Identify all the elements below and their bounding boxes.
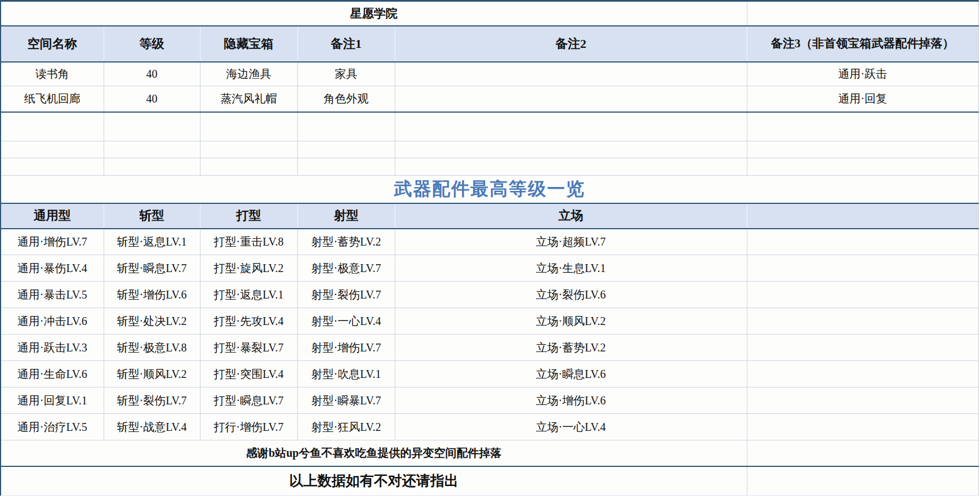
t1-r0-note3: 通用·跃击	[747, 62, 978, 86]
t2-cell-empty	[747, 229, 978, 255]
t2-cell: 通用·治疗LV.5	[1, 414, 104, 440]
t2-cell: 射型·一心LV.4	[297, 308, 395, 335]
t2-cell-empty	[747, 308, 978, 335]
t2-cell-empty	[747, 335, 978, 361]
table2-row: 通用·治疗LV.5 斩型·战意LV.4 打行·增伤LV.7 射型·狂风LV.2 …	[1, 414, 978, 440]
credit-row: 感谢b站up兮鱼不喜欢吃鱼提供的异变空间配件掉落	[1, 440, 978, 466]
empty-cell	[747, 141, 978, 158]
t1-r1-space: 纸飞机回廊	[1, 86, 104, 112]
t1-header-note2: 备注2	[395, 26, 747, 62]
empty-cell	[200, 141, 297, 158]
t1-header-level: 等级	[104, 26, 200, 62]
t2-cell: 斩型·增伤LV.6	[104, 282, 200, 308]
t2-header-stance: 立场	[395, 203, 747, 229]
t2-cell: 斩型·顺风LV.2	[104, 361, 200, 387]
t1-r0-space: 读书角	[1, 62, 104, 86]
t1-r1-chest: 蒸汽风礼帽	[200, 86, 297, 112]
t2-cell: 通用·回复LV.1	[1, 387, 104, 414]
t2-cell: 立场·瞬息LV.6	[395, 361, 747, 387]
table1-title: 星愿学院	[1, 1, 747, 26]
t1-header-space-name: 空间名称	[1, 26, 104, 62]
table2-row: 通用·冲击LV.6 斩型·处决LV.2 打型·先攻LV.4 射型·一心LV.4 …	[1, 308, 978, 335]
empty-cell	[747, 112, 978, 141]
t2-cell: 立场·蓄势LV.2	[395, 335, 747, 361]
empty-cell	[395, 141, 747, 158]
t2-cell: 立场·增伤LV.6	[395, 387, 747, 414]
t1-r1-note1: 角色外观	[297, 86, 395, 112]
t2-cell: 立场·一心LV.4	[395, 414, 747, 440]
empty-row	[1, 112, 978, 141]
t2-cell: 射型·增伤LV.7	[297, 335, 395, 361]
t2-header-strike: 打型	[200, 203, 297, 229]
t2-cell: 通用·跃击LV.3	[1, 335, 104, 361]
table1-title-right-empty-cell	[747, 1, 978, 26]
t2-cell: 打型·旋风LV.2	[200, 255, 297, 282]
t2-cell: 斩型·瞬息LV.7	[104, 255, 200, 282]
empty-cell	[395, 158, 747, 176]
t2-cell: 通用·冲击LV.6	[1, 308, 104, 335]
t2-cell: 打型·瞬息LV.7	[200, 387, 297, 414]
t1-r0-note2	[395, 62, 747, 86]
empty-cell	[395, 112, 747, 141]
empty-cell	[104, 141, 200, 158]
empty-cell	[297, 158, 395, 176]
t2-header-general: 通用型	[1, 203, 104, 229]
empty-cell	[297, 112, 395, 141]
t2-cell: 射型·瞬暴LV.7	[297, 387, 395, 414]
t2-cell: 立场·超频LV.7	[395, 229, 747, 255]
table2-row: 通用·回复LV.1 斩型·裂伤LV.7 打型·瞬息LV.7 射型·瞬暴LV.7 …	[1, 387, 978, 414]
t2-cell: 射型·极意LV.7	[297, 255, 395, 282]
credit-right-empty-cell	[747, 440, 978, 466]
t2-header-slash: 斩型	[104, 203, 200, 229]
t2-cell-empty	[747, 361, 978, 387]
disclaimer-row: 以上数据如有不对还请指出	[1, 466, 978, 496]
t2-cell: 通用·暴伤LV.4	[1, 255, 104, 282]
t2-cell: 打型·突围LV.4	[200, 361, 297, 387]
t2-cell: 射型·蓄势LV.2	[297, 229, 395, 255]
t2-cell-empty	[747, 282, 978, 308]
empty-cell	[200, 158, 297, 176]
t2-header-shot: 射型	[297, 203, 395, 229]
t1-r1-note2	[395, 86, 747, 112]
table2-row: 通用·暴伤LV.4 斩型·瞬息LV.7 打型·旋风LV.2 射型·极意LV.7 …	[1, 255, 978, 282]
t2-cell: 斩型·裂伤LV.7	[104, 387, 200, 414]
t2-cell: 斩型·返息LV.1	[104, 229, 200, 255]
t2-cell: 通用·增伤LV.7	[1, 229, 104, 255]
empty-row	[1, 158, 978, 176]
t2-cell: 射型·吹息LV.1	[297, 361, 395, 387]
t2-cell: 打型·返息LV.1	[200, 282, 297, 308]
disclaimer-right-empty-cell	[747, 466, 978, 496]
empty-cell	[1, 112, 104, 141]
t1-r1-level: 40	[104, 86, 200, 112]
t2-cell-empty	[747, 414, 978, 440]
t2-cell: 通用·生命LV.6	[1, 361, 104, 387]
t2-cell: 射型·裂伤LV.7	[297, 282, 395, 308]
t1-r0-chest: 海边渔具	[200, 62, 297, 86]
t2-cell: 立场·裂伤LV.6	[395, 282, 747, 308]
table1-row: 纸飞机回廊 40 蒸汽风礼帽 角色外观 通用·回复	[1, 86, 978, 112]
table1-header-row: 空间名称 等级 隐藏宝箱 备注1 备注2 备注3（非首领宝箱武器配件掉落）	[1, 26, 978, 62]
t2-cell: 射型·狂风LV.2	[297, 414, 395, 440]
drop-tables: 星愿学院 空间名称 等级 隐藏宝箱 备注1 备注2 备注3（非首领宝箱武器配件掉…	[0, 0, 979, 496]
table1-title-row: 星愿学院	[1, 1, 978, 26]
t2-cell: 斩型·极意LV.8	[104, 335, 200, 361]
t2-cell: 打型·先攻LV.4	[200, 308, 297, 335]
t1-r0-level: 40	[104, 62, 200, 86]
t1-header-hidden-chest: 隐藏宝箱	[200, 26, 297, 62]
credit-note: 感谢b站up兮鱼不喜欢吃鱼提供的异变空间配件掉落	[1, 440, 747, 466]
table2-title-row: 武器配件最高等级一览	[1, 176, 978, 203]
t2-cell: 斩型·处决LV.2	[104, 308, 200, 335]
t2-cell: 打型·重击LV.8	[200, 229, 297, 255]
empty-cell	[104, 112, 200, 141]
spreadsheet-view: 星愿学院 空间名称 等级 隐藏宝箱 备注1 备注2 备注3（非首领宝箱武器配件掉…	[0, 0, 980, 499]
table2-title: 武器配件最高等级一览	[1, 176, 978, 203]
t2-cell: 斩型·战意LV.4	[104, 414, 200, 440]
disclaimer-note: 以上数据如有不对还请指出	[1, 466, 747, 496]
table2-row: 通用·增伤LV.7 斩型·返息LV.1 打型·重击LV.8 射型·蓄势LV.2 …	[1, 229, 978, 255]
t2-cell-empty	[747, 255, 978, 282]
empty-cell	[1, 141, 104, 158]
empty-cell	[297, 141, 395, 158]
t2-cell: 通用·暴击LV.5	[1, 282, 104, 308]
empty-cell	[1, 158, 104, 176]
t1-header-note3: 备注3（非首领宝箱武器配件掉落）	[747, 26, 978, 62]
